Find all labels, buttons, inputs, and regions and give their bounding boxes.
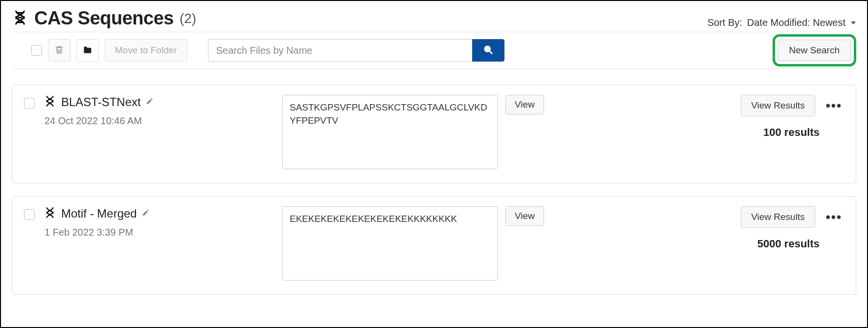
header: CAS Sequences (2) Sort By: Date Modified…	[12, 8, 856, 29]
list-item: BLAST-STNext 24 Oct 2022 10:46 AM SASTKG…	[12, 85, 856, 183]
result-count: 5000 results	[757, 238, 820, 250]
item-name: BLAST-STNext	[61, 95, 141, 109]
sort-by-label: Sort By:	[708, 17, 742, 28]
search-input[interactable]	[208, 39, 472, 62]
delete-button[interactable]	[48, 39, 70, 62]
more-icon[interactable]: •••	[826, 98, 842, 113]
item-date: 1 Feb 2022 3:39 PM	[45, 227, 274, 238]
dna-icon	[44, 206, 56, 221]
sequence-box: EKEKEKEKEKEKEKEKEKEKKKKKKKK	[282, 206, 498, 281]
view-button[interactable]: View	[505, 95, 544, 114]
card-left: BLAST-STNext 24 Oct 2022 10:46 AM	[44, 95, 274, 127]
folder-button[interactable]	[76, 39, 99, 62]
new-search-highlight: New Search	[773, 34, 857, 66]
card-right: View Results ••• 100 results	[730, 95, 842, 139]
dna-icon	[44, 95, 56, 109]
view-results-button[interactable]: View Results	[741, 206, 815, 228]
sort-by-value: Date Modified: Newest	[747, 17, 845, 28]
sort-by-dropdown[interactable]: Sort By: Date Modified: Newest	[708, 17, 856, 28]
card-right: View Results ••• 5000 results	[730, 206, 842, 250]
chevron-down-icon	[850, 17, 856, 28]
result-count: 100 results	[763, 126, 820, 139]
search-icon	[483, 44, 494, 57]
search-group	[208, 39, 504, 62]
toolbar: Move to Folder New Search	[12, 32, 856, 69]
select-all-checkbox[interactable]	[31, 45, 42, 56]
trash-icon	[54, 45, 64, 56]
item-date: 24 Oct 2022 10:46 AM	[45, 115, 274, 127]
search-button[interactable]	[472, 39, 504, 62]
list-item: Motif - Merged 1 Feb 2022 3:39 PM EKEKEK…	[12, 196, 856, 295]
item-checkbox[interactable]	[24, 209, 35, 220]
item-checkbox[interactable]	[24, 98, 35, 109]
pencil-icon[interactable]	[142, 209, 150, 219]
view-results-button[interactable]: View Results	[741, 95, 815, 116]
dna-icon	[12, 9, 28, 28]
svg-point-0	[484, 46, 490, 51]
sequence-box: SASTKGPSVFPLAPSSKCTSGGTAALGCLVKDYFPEPVTV	[282, 95, 498, 169]
pencil-icon[interactable]	[146, 97, 154, 107]
move-to-folder-button[interactable]: Move to Folder	[105, 39, 187, 62]
card-left: Motif - Merged 1 Feb 2022 3:39 PM	[44, 206, 274, 238]
cards-list: BLAST-STNext 24 Oct 2022 10:46 AM SASTKG…	[12, 85, 856, 295]
card-middle: SASTKGPSVFPLAPSSKCTSGGTAALGCLVKDYFPEPVTV…	[282, 95, 556, 169]
more-icon[interactable]: •••	[826, 210, 842, 225]
view-button[interactable]: View	[505, 206, 544, 226]
title-group: CAS Sequences (2)	[12, 8, 196, 29]
page-count: (2)	[180, 11, 196, 26]
page-title: CAS Sequences	[34, 8, 174, 29]
new-search-button[interactable]: New Search	[778, 40, 851, 61]
item-name: Motif - Merged	[61, 207, 137, 220]
card-middle: EKEKEKEKEKEKEKEKEKEKKKKKKKK View	[282, 206, 556, 281]
folder-icon	[83, 45, 92, 56]
